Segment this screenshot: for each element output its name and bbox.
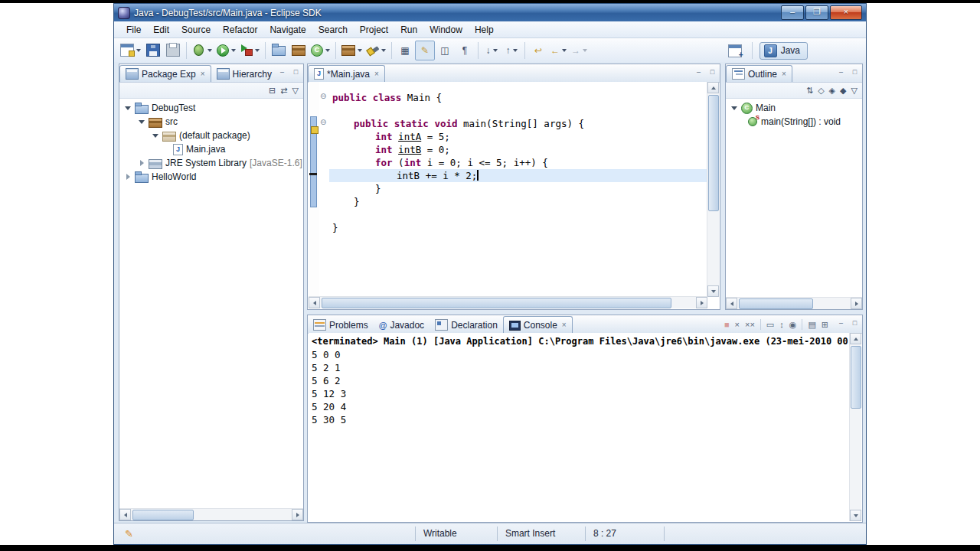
maximize-view-icon[interactable]: □ [291,68,301,77]
print-button[interactable] [163,41,183,60]
terminate-button[interactable]: ■ [724,320,730,329]
tab-declaration[interactable]: Declaration [430,317,503,333]
java-perspective-button[interactable]: J Java [760,42,808,60]
hide-fields-button[interactable]: ◇ [818,86,824,96]
tree-item-helloworld[interactable]: HelloWorld [119,170,303,184]
menu-navigate[interactable]: Navigate [263,23,312,37]
maximize-view-icon[interactable]: □ [850,319,860,328]
sort-button[interactable]: ⇅ [806,86,813,96]
minimize-view-icon[interactable]: – [836,68,846,77]
new-java-project-button[interactable] [269,41,289,60]
outline-item-main-method[interactable]: S main(String[]) : void [726,115,862,129]
scroll-down-button[interactable] [707,285,719,297]
menu-run[interactable]: Run [394,23,423,37]
tree-item-jre-library[interactable]: JRE System Library [JavaSE-1.6] [119,156,303,170]
new-package-button[interactable] [289,41,309,60]
scroll-right-button[interactable] [851,298,862,309]
menu-source[interactable]: Source [175,23,217,37]
last-edit-location-button[interactable]: ↩ [528,41,548,60]
title-bar[interactable]: Java - DebugTest/src/Main.java - Eclipse… [114,4,866,21]
scroll-up-button[interactable] [850,333,861,344]
collapse-all-button[interactable]: ⊟ [269,86,276,96]
view-menu-button[interactable]: ▽ [292,86,299,96]
remove-all-terminated-button[interactable]: ×× [745,320,755,329]
tree-item-default-package[interactable]: (default package) [119,129,303,142]
tab-console[interactable]: Console × [503,316,573,333]
show-selected-element-button[interactable]: ◫ [435,41,455,60]
back-button[interactable]: ← [548,41,569,60]
minimize-view-icon[interactable]: – [277,68,287,77]
scroll-lock-button[interactable]: ↕ [779,320,784,329]
run-button[interactable] [214,41,238,60]
tab-javadoc[interactable]: @ Javadoc [374,317,430,333]
display-selected-console-button[interactable]: ▤ [808,320,815,330]
open-console-button[interactable]: ⊞ [822,320,828,330]
new-wizard-button[interactable] [118,41,143,60]
external-tools-button[interactable] [238,41,262,60]
toggle-mark-occurrences-button[interactable]: ✎ [415,41,435,60]
tab-hierarchy[interactable]: Hierarchy [211,66,277,82]
open-perspective-button[interactable]: + [725,41,745,60]
minimize-view-icon[interactable]: – [836,319,846,328]
tab-main-java[interactable]: J *Main.java × [308,65,385,82]
code-editor[interactable]: public class Main { public static void m… [329,82,707,297]
save-button[interactable] [143,41,163,60]
clear-console-button[interactable]: ▭ [766,320,774,330]
scroll-right-button[interactable] [292,509,303,520]
next-annotation-button[interactable]: ↓ [482,41,501,60]
scroll-left-button[interactable] [726,298,737,309]
annotation-ruler[interactable] [309,82,319,297]
menu-search[interactable]: Search [312,23,354,37]
outline-item-main-class[interactable]: C Main [726,101,862,115]
folding-ruler[interactable]: ⊖ ⊖ [320,82,329,297]
close-tab-icon[interactable]: × [782,70,786,78]
restore-button[interactable]: ❐ [805,5,828,20]
tree-item-debugtest[interactable]: DebugTest [119,101,303,115]
menu-help[interactable]: Help [469,23,500,37]
scroll-right-button[interactable] [696,297,707,308]
scrollbar-thumb[interactable] [322,298,671,308]
remove-launch-button[interactable]: × [735,320,740,329]
menu-window[interactable]: Window [423,23,469,37]
menu-file[interactable]: File [120,23,147,37]
forward-button[interactable]: → [569,41,590,60]
search-button[interactable] [364,41,388,60]
view-menu-button[interactable]: ▽ [851,86,858,96]
new-class-button[interactable]: C [309,41,332,60]
scrollbar-thumb[interactable] [739,298,813,309]
scrollbar-thumb[interactable] [132,510,194,520]
scroll-left-button[interactable] [309,297,320,308]
close-tab-icon[interactable]: × [201,70,205,78]
link-with-editor-button[interactable]: ⇄ [280,86,287,96]
minimize-view-icon[interactable]: – [694,68,704,77]
console-body[interactable]: <terminated> Main (1) [Java Application]… [309,333,861,521]
scroll-down-button[interactable] [850,510,861,521]
fold-collapse-icon[interactable]: ⊖ [320,119,326,126]
close-button[interactable]: × [830,5,862,20]
tab-outline[interactable]: Outline × [726,65,792,82]
show-whitespace-button[interactable]: ¶ [455,41,475,60]
tab-problems[interactable]: Problems [308,317,374,333]
close-tab-icon[interactable]: × [562,321,567,329]
menu-project[interactable]: Project [354,23,394,37]
scrollbar-thumb[interactable] [708,95,719,211]
scroll-left-button[interactable] [119,509,131,520]
hide-static-members-button[interactable]: ◈ [829,86,835,96]
tab-package-explorer[interactable]: Package Exp × [119,65,211,82]
pin-console-button[interactable]: ◉ [789,320,797,330]
maximize-view-icon[interactable]: □ [850,68,860,77]
debug-button[interactable] [190,41,214,60]
open-element-button[interactable] [339,41,364,60]
scroll-up-button[interactable] [707,82,719,93]
menu-refactor[interactable]: Refactor [217,23,263,37]
tree-item-main-java[interactable]: J Main.java [119,142,303,156]
previous-annotation-button[interactable]: ↑ [501,41,521,60]
tree-item-src[interactable]: src [119,115,303,129]
hide-non-public-button[interactable]: ◆ [840,86,846,96]
menu-edit[interactable]: Edit [147,23,175,37]
maximize-view-icon[interactable]: □ [707,68,717,77]
minimize-button[interactable]: – [781,5,804,20]
toggle-block-selection-button[interactable]: ▦ [395,41,415,60]
fold-collapse-icon[interactable]: ⊖ [320,93,326,100]
close-tab-icon[interactable]: × [374,70,379,78]
